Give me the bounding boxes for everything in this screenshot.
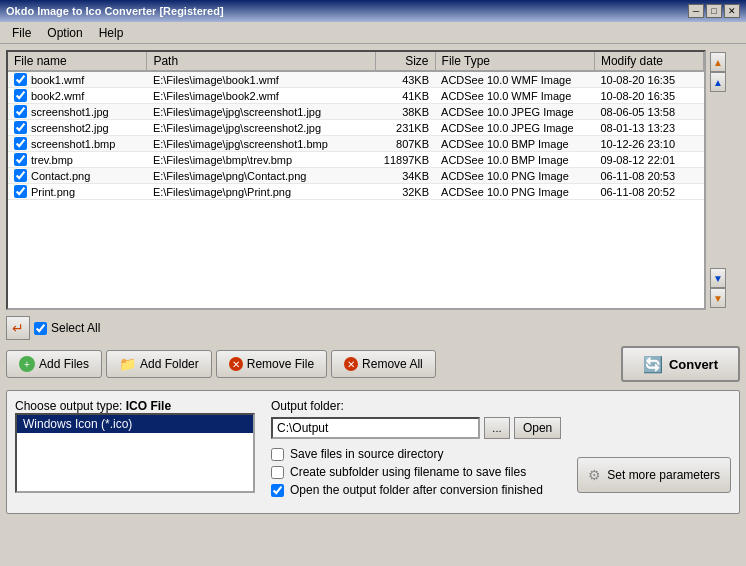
- cell-filename: book1.wmf: [8, 71, 147, 88]
- cell-size: 32KB: [375, 184, 435, 200]
- menu-file[interactable]: File: [4, 24, 39, 42]
- gear-icon: ⚙: [588, 467, 601, 483]
- checkbox-option-input-0[interactable]: [271, 448, 284, 461]
- cell-date: 10-08-20 16:35: [594, 88, 703, 104]
- table-row[interactable]: Print.png E:\Files\image\png\Print.png 3…: [8, 184, 704, 200]
- cell-type: ACDSee 10.0 BMP Image: [435, 152, 594, 168]
- cell-path: E:\Files\image\book2.wmf: [147, 88, 375, 104]
- select-all-checkbox[interactable]: [34, 322, 47, 335]
- cell-path: E:\Files\image\jpg\screenshot1.jpg: [147, 104, 375, 120]
- file-table: File name Path Size File Type Modify dat…: [8, 52, 704, 200]
- table-row[interactable]: Contact.png E:\Files\image\png\Contact.p…: [8, 168, 704, 184]
- checkbox-option-label-0[interactable]: Save files in source directory: [290, 447, 443, 461]
- checkbox-option-1: Create subfolder using filename to save …: [271, 465, 561, 479]
- col-modifydate: Modify date: [594, 52, 703, 71]
- cell-path: E:\Files\image\bmp\trev.bmp: [147, 152, 375, 168]
- scroll-bottom-button[interactable]: ▼: [710, 288, 726, 308]
- remove-file-button[interactable]: ✕ Remove File: [216, 350, 327, 378]
- checkbox-option-input-2[interactable]: [271, 484, 284, 497]
- output-type-label: Choose output type: ICO File: [15, 399, 255, 413]
- back-button[interactable]: ↵: [6, 316, 30, 340]
- scroll-down-button[interactable]: ▼: [710, 268, 726, 288]
- cell-date: 09-08-12 22:01: [594, 152, 703, 168]
- checkbox-option-input-1[interactable]: [271, 466, 284, 479]
- output-folder-input[interactable]: [271, 417, 480, 439]
- col-path: Path: [147, 52, 375, 71]
- cell-date: 10-08-20 16:35: [594, 71, 703, 88]
- maximize-button[interactable]: □: [706, 4, 722, 18]
- menu-help[interactable]: Help: [91, 24, 132, 42]
- row-checkbox-6[interactable]: [14, 169, 27, 182]
- cell-type: ACDSee 10.0 JPEG Image: [435, 120, 594, 136]
- file-table-container: File name Path Size File Type Modify dat…: [6, 50, 706, 310]
- cell-size: 34KB: [375, 168, 435, 184]
- table-row[interactable]: screenshot1.bmp E:\Files\image\jpg\scree…: [8, 136, 704, 152]
- set-more-params-button[interactable]: ⚙ Set more parameters: [577, 457, 731, 493]
- scroll-top-button[interactable]: ▲: [710, 52, 726, 72]
- cell-filename: Print.png: [8, 184, 147, 200]
- cell-type: ACDSee 10.0 WMF Image: [435, 88, 594, 104]
- close-button[interactable]: ✕: [724, 4, 740, 18]
- cell-date: 08-06-05 13:58: [594, 104, 703, 120]
- cell-path: E:\Files\image\book1.wmf: [147, 71, 375, 88]
- cell-type: ACDSee 10.0 PNG Image: [435, 184, 594, 200]
- add-files-button[interactable]: + Add Files: [6, 350, 102, 378]
- checkbox-option-label-1[interactable]: Create subfolder using filename to save …: [290, 465, 526, 479]
- browse-folder-button[interactable]: ...: [484, 417, 510, 439]
- cell-size: 41KB: [375, 88, 435, 104]
- row-checkbox-7[interactable]: [14, 185, 27, 198]
- cell-type: ACDSee 10.0 WMF Image: [435, 71, 594, 88]
- cell-size: 11897KB: [375, 152, 435, 168]
- cell-type: ACDSee 10.0 PNG Image: [435, 168, 594, 184]
- scroll-up-button[interactable]: ▲: [710, 72, 726, 92]
- output-type-item-ico[interactable]: Windows Icon (*.ico): [17, 415, 253, 433]
- menu-bar: File Option Help: [0, 22, 746, 44]
- select-all-label[interactable]: Select All: [51, 321, 100, 335]
- row-checkbox-0[interactable]: [14, 73, 27, 86]
- row-checkbox-3[interactable]: [14, 121, 27, 134]
- cell-filename: screenshot1.jpg: [8, 104, 147, 120]
- cell-path: E:\Files\image\jpg\screenshot2.jpg: [147, 120, 375, 136]
- cell-type: ACDSee 10.0 BMP Image: [435, 136, 594, 152]
- cell-size: 38KB: [375, 104, 435, 120]
- row-checkbox-4[interactable]: [14, 137, 27, 150]
- row-checkbox-1[interactable]: [14, 89, 27, 102]
- col-filetype: File Type: [435, 52, 594, 71]
- output-panel: Choose output type: ICO File Windows Ico…: [6, 390, 740, 514]
- cell-filename: Contact.png: [8, 168, 147, 184]
- menu-option[interactable]: Option: [39, 24, 90, 42]
- cell-date: 08-01-13 13:23: [594, 120, 703, 136]
- remove-all-button[interactable]: ✕ Remove All: [331, 350, 436, 378]
- col-size: Size: [375, 52, 435, 71]
- cell-size: 231KB: [375, 120, 435, 136]
- convert-button[interactable]: 🔄 Convert: [621, 346, 740, 382]
- cell-date: 10-12-26 23:10: [594, 136, 703, 152]
- add-files-icon: +: [19, 356, 35, 372]
- table-row[interactable]: screenshot1.jpg E:\Files\image\jpg\scree…: [8, 104, 704, 120]
- row-checkbox-2[interactable]: [14, 105, 27, 118]
- checkbox-option-0: Save files in source directory: [271, 447, 561, 461]
- minimize-button[interactable]: ─: [688, 4, 704, 18]
- add-folder-button[interactable]: 📁 Add Folder: [106, 350, 212, 378]
- col-filename: File name: [8, 52, 147, 71]
- row-checkbox-5[interactable]: [14, 153, 27, 166]
- convert-icon: 🔄: [643, 355, 663, 374]
- cell-date: 06-11-08 20:52: [594, 184, 703, 200]
- table-row[interactable]: screenshot2.jpg E:\Files\image\jpg\scree…: [8, 120, 704, 136]
- output-type-list[interactable]: Windows Icon (*.ico): [15, 413, 255, 493]
- cell-filename: trev.bmp: [8, 152, 147, 168]
- remove-all-icon: ✕: [344, 357, 358, 371]
- table-row[interactable]: book1.wmf E:\Files\image\book1.wmf 43KB …: [8, 71, 704, 88]
- cell-path: E:\Files\image\png\Contact.png: [147, 168, 375, 184]
- table-row[interactable]: trev.bmp E:\Files\image\bmp\trev.bmp 118…: [8, 152, 704, 168]
- cell-path: E:\Files\image\png\Print.png: [147, 184, 375, 200]
- open-folder-button[interactable]: Open: [514, 417, 561, 439]
- checkbox-option-label-2[interactable]: Open the output folder after conversion …: [290, 483, 543, 497]
- checkbox-option-2: Open the output folder after conversion …: [271, 483, 561, 497]
- cell-type: ACDSee 10.0 JPEG Image: [435, 104, 594, 120]
- table-row[interactable]: book2.wmf E:\Files\image\book2.wmf 41KB …: [8, 88, 704, 104]
- cell-filename: screenshot2.jpg: [8, 120, 147, 136]
- folder-icon: 📁: [119, 356, 136, 372]
- title-bar: Okdo Image to Ico Converter [Registered]…: [0, 0, 746, 22]
- output-folder-label: Output folder:: [271, 399, 561, 413]
